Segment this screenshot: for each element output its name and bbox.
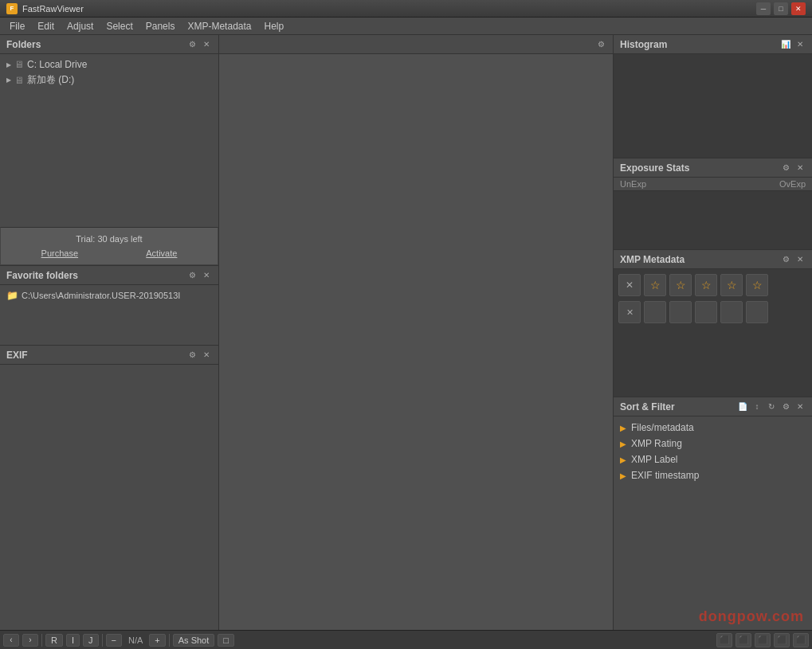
sort-content: ▶ Files/metadata ▶ XMP Rating ▶ XMP Labe… bbox=[614, 416, 812, 630]
menu-adjust[interactable]: Adjust bbox=[61, 19, 100, 33]
folders-panel: Folders ⚙ ✕ ▶ 🖥 C: Local Drive ▶ 🖥 新加卷 (… bbox=[0, 35, 218, 266]
sort-arrow-2: ▶ bbox=[620, 455, 626, 464]
xmp-content: ✕ ☆ ☆ ☆ ☆ ☆ ✕ bbox=[614, 269, 812, 397]
xmp-label-3[interactable] bbox=[695, 301, 717, 323]
favorite-controls: ⚙ ✕ bbox=[186, 270, 212, 281]
exposure-settings-icon[interactable]: ⚙ bbox=[780, 162, 791, 174]
status-icon-1[interactable]: ⬛ bbox=[716, 633, 732, 647]
drive-icon-c: 🖥 bbox=[14, 59, 24, 70]
title-bar-left: F FastRawViewer bbox=[6, 3, 84, 14]
trial-text: Trial: 30 days left bbox=[7, 234, 211, 244]
purchase-link[interactable]: Purchase bbox=[41, 248, 78, 258]
menu-help[interactable]: Help bbox=[258, 19, 291, 33]
folder-label-c: C: Local Drive bbox=[27, 59, 87, 70]
favorite-title: Favorite folders bbox=[6, 270, 78, 281]
i-button[interactable]: I bbox=[66, 634, 80, 647]
folders-settings-icon[interactable]: ⚙ bbox=[186, 39, 198, 50]
xmp-star-3[interactable]: ☆ bbox=[695, 274, 717, 296]
folders-close-icon[interactable]: ✕ bbox=[201, 39, 212, 50]
sort-label-0: Files/metadata bbox=[631, 422, 694, 433]
status-divider-1 bbox=[41, 634, 42, 647]
unexposed-label: UnExp bbox=[620, 179, 646, 189]
sort-file-icon[interactable]: 📄 bbox=[737, 401, 748, 412]
sort-label-1: XMP Rating bbox=[631, 438, 682, 449]
xmp-star-2[interactable]: ☆ bbox=[669, 274, 692, 296]
app-title: FastRawViewer bbox=[22, 4, 84, 14]
menu-select[interactable]: Select bbox=[100, 19, 139, 33]
xmp-star-1[interactable]: ☆ bbox=[644, 274, 666, 296]
favorite-item-0[interactable]: 📁 C:\Users\Administrator.USER-20190513I bbox=[3, 288, 215, 303]
exif-settings-icon[interactable]: ⚙ bbox=[186, 350, 198, 361]
folders-controls: ⚙ ✕ bbox=[186, 39, 212, 50]
left-panel: Folders ⚙ ✕ ▶ 🖥 C: Local Drive ▶ 🖥 新加卷 (… bbox=[0, 35, 219, 630]
favorite-panel: Favorite folders ⚙ ✕ 📁 C:\Users\Administ… bbox=[0, 266, 218, 346]
center-panel: ⚙ bbox=[219, 35, 613, 630]
folder-item-c[interactable]: ▶ 🖥 C: Local Drive bbox=[3, 57, 215, 72]
histogram-chart-icon[interactable]: 📊 bbox=[780, 39, 791, 50]
favorite-path-0: C:\Users\Administrator.USER-20190513I bbox=[22, 291, 180, 300]
histogram-header: Histogram 📊 ✕ bbox=[614, 35, 812, 54]
maximize-button[interactable]: □ bbox=[774, 2, 788, 15]
xmp-controls: ⚙ ✕ bbox=[780, 254, 806, 265]
sort-order-icon[interactable]: ↕ bbox=[751, 401, 763, 412]
sort-title: Sort & Filter bbox=[620, 401, 675, 412]
histogram-close-icon[interactable]: ✕ bbox=[794, 39, 806, 50]
menu-bar: File Edit Adjust Select Panels XMP-Metad… bbox=[0, 18, 812, 35]
favorite-settings-icon[interactable]: ⚙ bbox=[186, 270, 198, 281]
status-icon-5[interactable]: ⬛ bbox=[793, 633, 809, 647]
xmp-reject-btn[interactable]: ✕ bbox=[618, 274, 641, 296]
sort-refresh-icon[interactable]: ↻ bbox=[766, 401, 777, 412]
status-icon-4[interactable]: ⬛ bbox=[774, 633, 790, 647]
xmp-label-1[interactable] bbox=[644, 301, 666, 323]
sort-settings-icon[interactable]: ⚙ bbox=[780, 401, 791, 412]
r-button[interactable]: R bbox=[45, 634, 63, 647]
close-button[interactable]: ✕ bbox=[791, 2, 806, 15]
nav-next-button[interactable]: › bbox=[22, 634, 38, 647]
j-button[interactable]: J bbox=[83, 634, 99, 647]
plus-button[interactable]: + bbox=[149, 634, 165, 647]
watermark: dongpow.com bbox=[699, 608, 804, 625]
sort-item-2[interactable]: ▶ XMP Label bbox=[617, 452, 809, 467]
center-header: ⚙ bbox=[219, 35, 613, 54]
exposure-close-icon[interactable]: ✕ bbox=[794, 162, 806, 174]
favorite-close-icon[interactable]: ✕ bbox=[201, 270, 212, 281]
xmp-labels-row: ✕ bbox=[618, 301, 807, 323]
exif-title: EXIF bbox=[6, 350, 28, 361]
exif-controls: ⚙ ✕ bbox=[186, 350, 212, 361]
sort-item-1[interactable]: ▶ XMP Rating bbox=[617, 436, 809, 452]
xmp-star-4[interactable]: ☆ bbox=[720, 274, 743, 296]
minus-button[interactable]: − bbox=[106, 634, 122, 647]
sort-close-icon[interactable]: ✕ bbox=[794, 401, 806, 412]
xmp-label-2[interactable] bbox=[669, 301, 692, 323]
sort-item-0[interactable]: ▶ Files/metadata bbox=[617, 420, 809, 436]
right-panel: Histogram 📊 ✕ Exposure Stats ⚙ ✕ UnExp O… bbox=[613, 35, 812, 630]
trial-links: Purchase Activate bbox=[7, 248, 211, 258]
nav-prev-button[interactable]: ‹ bbox=[3, 634, 19, 647]
exif-panel: EXIF ⚙ ✕ bbox=[0, 346, 218, 630]
as-shot-button[interactable]: As Shot bbox=[173, 634, 215, 647]
menu-panels[interactable]: Panels bbox=[139, 19, 182, 33]
center-settings-icon[interactable]: ⚙ bbox=[595, 39, 606, 50]
xmp-label-x[interactable]: ✕ bbox=[618, 301, 641, 323]
minimize-button[interactable]: ─ bbox=[756, 2, 771, 15]
xmp-stars-row-1: ✕ ☆ ☆ ☆ ☆ ☆ bbox=[618, 274, 807, 296]
square-button[interactable]: □ bbox=[218, 634, 234, 647]
xmp-label-5[interactable] bbox=[746, 301, 768, 323]
exposure-title: Exposure Stats bbox=[620, 162, 689, 174]
exif-close-icon[interactable]: ✕ bbox=[201, 350, 212, 361]
folder-item-d[interactable]: ▶ 🖥 新加卷 (D:) bbox=[3, 72, 215, 88]
xmp-close-icon[interactable]: ✕ bbox=[794, 254, 806, 265]
status-icon-2[interactable]: ⬛ bbox=[736, 633, 751, 647]
xmp-settings-icon[interactable]: ⚙ bbox=[780, 254, 791, 265]
xmp-label-4[interactable] bbox=[720, 301, 743, 323]
menu-edit[interactable]: Edit bbox=[31, 19, 61, 33]
menu-xmp-metadata[interactable]: XMP-Metadata bbox=[181, 19, 257, 33]
histogram-title: Histogram bbox=[620, 39, 667, 50]
menu-file[interactable]: File bbox=[3, 19, 31, 33]
xmp-star-5[interactable]: ☆ bbox=[746, 274, 768, 296]
sort-controls: 📄 ↕ ↻ ⚙ ✕ bbox=[737, 401, 806, 412]
activate-link[interactable]: Activate bbox=[146, 248, 177, 258]
sort-item-3[interactable]: ▶ EXIF timestamp bbox=[617, 467, 809, 483]
folders-panel-header: Folders ⚙ ✕ bbox=[0, 35, 218, 54]
status-icon-3[interactable]: ⬛ bbox=[755, 633, 771, 647]
